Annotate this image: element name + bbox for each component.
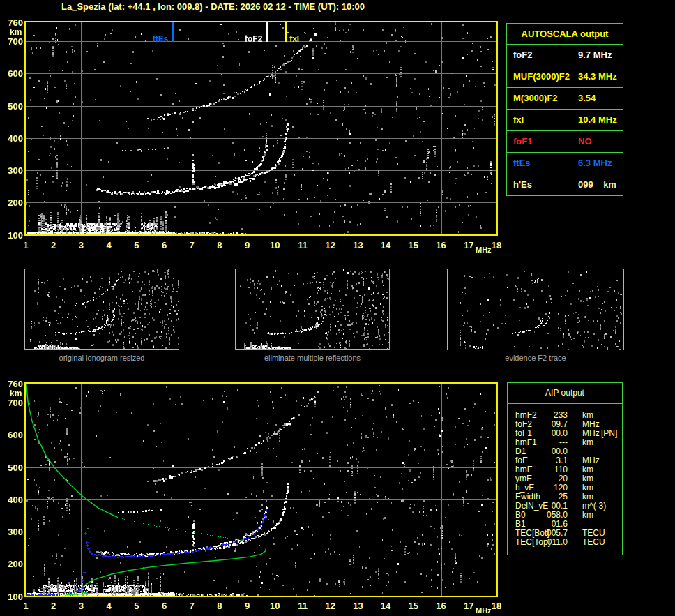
- autoscala-row-ftEs: ftEs6.3 MHz: [507, 153, 623, 174]
- x-axis-tick: 14: [377, 601, 394, 611]
- x-axis-tick: 9: [239, 601, 256, 611]
- top-ionogram-plot: [24, 21, 498, 236]
- autoscala-row-label: foF2: [513, 45, 532, 66]
- y-axis-tick: 600: [2, 68, 23, 79]
- x-axis-tick: 4: [100, 601, 117, 611]
- x-axis-tick: 6: [156, 601, 173, 611]
- aip-row-unit: km: [582, 511, 593, 520]
- y-axis-tick: 760: [2, 379, 23, 389]
- autoscala-row-label: MUF(3000)F2: [513, 66, 570, 87]
- autoscala-output-screen: La_Spezia (lat: +44.1 , lon: 009.8) - DA…: [0, 0, 675, 616]
- thumbnail-evidence-f2: [447, 269, 624, 350]
- autoscala-row-value: 099 km: [568, 174, 623, 195]
- marker-label-ftEs: ftEs: [140, 34, 168, 44]
- top-ionogram-canvas: [24, 21, 498, 236]
- aip-row-value: 011.0: [533, 538, 568, 547]
- autoscala-row-label: M(3000)F2: [513, 88, 558, 109]
- y-axis-tick: 500: [2, 101, 23, 112]
- thumbnail-original-ionogram: [24, 269, 179, 350]
- aip-output-table: AIP output hmF2233kmfoF209.7MHzfoF100.0M…: [507, 382, 623, 555]
- thumbnail-eliminate-reflections: [235, 269, 390, 350]
- autoscala-row-label: foF1: [513, 131, 532, 152]
- y-axis-tick: 760: [2, 17, 23, 28]
- x-axis-tick: 3: [73, 601, 89, 611]
- autoscala-table-body: foF29.7 MHzMUF(3000)F234.3 MHzM(3000)F23…: [507, 45, 623, 195]
- x-axis-tick: 10: [266, 601, 283, 611]
- x-axis-unit-label: MHz: [476, 606, 492, 615]
- y-axis-tick: 300: [2, 527, 23, 537]
- marker-label-fxI: fxI: [289, 34, 299, 44]
- thumbnail-caption-eliminate: eliminate multiple reflections: [235, 354, 390, 362]
- x-axis-tick: 9: [239, 240, 256, 250]
- y-axis-tick: 400: [2, 133, 23, 144]
- bottom-ionogram-plot: [24, 382, 498, 597]
- autoscala-output-table: AUTOSCALA output foF29.7 MHzMUF(3000)F23…: [506, 23, 623, 196]
- x-axis-tick: 13: [349, 601, 366, 611]
- y-axis-tick: 700: [2, 36, 23, 47]
- autoscala-row-value: NO: [568, 131, 623, 152]
- x-axis-tick: 11: [294, 601, 311, 611]
- autoscala-row-h'Es: h'Es099 km: [507, 174, 623, 195]
- autoscala-table-header: AUTOSCALA output: [507, 24, 623, 45]
- y-axis-unit-label: km: [10, 27, 22, 37]
- autoscala-row-foF2: foF29.7 MHz: [507, 45, 623, 66]
- x-axis-tick: 7: [183, 601, 200, 611]
- x-axis-tick: 11: [294, 240, 311, 250]
- thumbnail-caption-original: original ionogram resized: [24, 354, 179, 362]
- y-axis-tick: 500: [2, 463, 23, 473]
- autoscala-row-foF1: foF1NO: [507, 131, 623, 153]
- autoscala-row-label: fxI: [513, 110, 524, 130]
- y-axis-tick: 600: [2, 430, 23, 440]
- aip-row-note: [PN]: [601, 429, 617, 438]
- x-axis-tick: 15: [405, 601, 422, 611]
- autoscala-row-MUF(3000)F2: MUF(3000)F234.3 MHz: [507, 66, 623, 88]
- x-axis-tick: 8: [211, 240, 228, 250]
- x-axis-tick: 2: [45, 601, 62, 611]
- autoscala-row-value: 6.3 MHz: [568, 153, 623, 174]
- y-axis-tick: 100: [2, 230, 23, 241]
- aip-row-unit: km: [582, 438, 593, 447]
- x-axis-tick: 1: [17, 240, 34, 250]
- y-axis-unit-label: km: [10, 389, 22, 398]
- x-axis-tick: 1: [17, 601, 34, 611]
- y-axis-tick: 700: [2, 398, 23, 408]
- aip-row-TEC[Top]: TEC[Top]011.0TECU: [508, 538, 622, 547]
- aip-table-header: AIP output: [508, 383, 622, 404]
- x-axis-tick: 5: [128, 601, 145, 611]
- x-axis-tick: 3: [73, 240, 89, 250]
- autoscala-row-label: ftEs: [513, 153, 531, 174]
- x-axis-tick: 6: [156, 240, 173, 250]
- x-axis-tick: 15: [405, 240, 422, 250]
- x-axis-tick: 2: [45, 240, 62, 250]
- x-axis-tick: 12: [322, 601, 339, 611]
- x-axis-unit-label: MHz: [476, 246, 492, 254]
- x-axis-tick: 16: [433, 601, 450, 611]
- x-axis-tick: 12: [322, 240, 339, 250]
- x-axis-tick: 14: [377, 240, 394, 250]
- y-axis-tick: 200: [2, 559, 23, 569]
- x-axis-tick: 13: [349, 240, 366, 250]
- x-axis-tick: 17: [460, 240, 477, 250]
- y-axis-tick: 200: [2, 197, 23, 208]
- y-axis-tick: 300: [2, 165, 23, 176]
- thumbnail-evidence-canvas: [448, 269, 623, 350]
- autoscala-row-M(3000)F2: M(3000)F23.54: [507, 88, 623, 110]
- autoscala-row-value: 3.54: [568, 88, 623, 109]
- autoscala-row-fxI: fxI10.4 MHz: [507, 110, 623, 131]
- x-axis-tick: 8: [211, 601, 228, 611]
- thumbnail-original-canvas: [25, 269, 179, 349]
- aip-table-body: hmF2233kmfoF209.7MHzfoF100.0MHz[PN]hmF1-…: [508, 411, 622, 547]
- x-axis-tick: 17: [460, 601, 477, 611]
- y-axis-tick: 400: [2, 495, 23, 505]
- marker-label-foF2: foF2: [234, 34, 262, 44]
- x-axis-tick: 10: [266, 240, 283, 250]
- x-axis-tick: 5: [128, 240, 145, 250]
- x-axis-tick: 16: [433, 240, 450, 250]
- aip-row-unit: TECU: [582, 538, 605, 547]
- autoscala-row-value: 9.7 MHz: [568, 45, 623, 66]
- autoscala-row-value: 34.3 MHz: [568, 66, 623, 87]
- thumbnail-caption-evidence: evidence F2 trace: [447, 354, 624, 362]
- autoscala-row-value: 10.4 MHz: [568, 110, 623, 130]
- x-axis-tick: 7: [183, 240, 200, 250]
- page-title: La_Spezia (lat: +44.1 , lon: 009.8) - DA…: [61, 1, 365, 12]
